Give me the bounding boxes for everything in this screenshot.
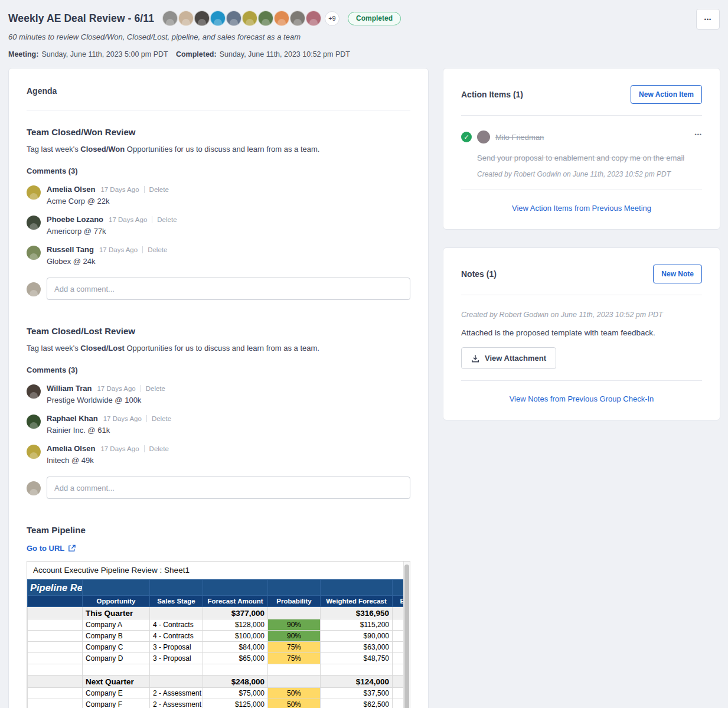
comment-author: Phoebe Lozano xyxy=(47,215,103,224)
sheet-cell: $100,000 xyxy=(203,631,268,642)
comment-author: Raphael Khan xyxy=(47,414,98,423)
sheet-cell xyxy=(83,664,150,676)
sheet-cell: $316,950 xyxy=(321,607,393,619)
comment-delete-link[interactable]: Delete xyxy=(144,186,169,193)
participants-overflow-badge[interactable]: +9 xyxy=(325,11,339,26)
sheet-cell: 4 - Contracts xyxy=(150,619,203,631)
sheet-banner-title: Pipeline Review xyxy=(30,582,83,593)
sheet-cell xyxy=(28,676,83,688)
sheet-cell: 75% xyxy=(268,653,321,664)
comment: Raphael Khan 17 Days Ago Delete Rainier … xyxy=(27,414,410,435)
participant-avatar[interactable] xyxy=(162,11,178,26)
section-description: Tag last week's Closed/Lost Opportunitie… xyxy=(27,344,410,353)
section-title: Team Closed/Lost Review xyxy=(27,326,410,336)
sheet-column-header: Weighted Forecast xyxy=(321,596,393,607)
external-link-icon xyxy=(68,544,76,552)
participant-avatar[interactable] xyxy=(274,11,289,26)
comment-input[interactable] xyxy=(47,278,410,300)
sheet-cell: $90,000 xyxy=(321,631,393,642)
sheet-cell: $377,000 xyxy=(203,607,268,619)
sheet-cell xyxy=(268,664,321,676)
comment-timestamp: 17 Days Ago xyxy=(97,385,135,392)
spreadsheet-scrollbar[interactable] xyxy=(403,562,410,708)
new-note-button[interactable]: New Note xyxy=(653,265,702,283)
sheet-banner-cell xyxy=(150,580,203,596)
sheet-cell: $37,500 xyxy=(321,688,393,699)
action-item-more-button[interactable]: ••• xyxy=(695,132,702,138)
sheet-cell: $48,750 xyxy=(321,653,393,664)
participant-avatar[interactable] xyxy=(306,11,321,26)
download-icon xyxy=(471,354,479,363)
section-team-pipeline: Team Pipeline Go to URL Account Executiv… xyxy=(27,525,410,708)
complete-check-icon[interactable]: ✓ xyxy=(461,132,472,142)
sheet-cell xyxy=(28,631,83,642)
sheet-cell: $115,200 xyxy=(321,619,393,631)
embedded-spreadsheet: Account Executive Pipeline Review : Shee… xyxy=(27,561,410,708)
header-more-button[interactable]: ••• xyxy=(696,9,720,30)
sheet-cell: 4 - Contracts xyxy=(150,631,203,642)
comments-count-label: Comments (3) xyxy=(27,366,410,374)
sheet-cell xyxy=(28,664,83,676)
sheet-cell xyxy=(28,699,83,708)
comment-text: Initech @ 49k xyxy=(47,456,169,465)
sheet-cell xyxy=(28,688,83,699)
comment-timestamp: 17 Days Ago xyxy=(100,186,139,193)
sheet-cell: 75% xyxy=(268,642,321,653)
participant-avatar[interactable] xyxy=(226,11,241,26)
participant-avatar[interactable] xyxy=(242,11,257,26)
comment-input[interactable] xyxy=(47,477,410,499)
sheet-cell: 90% xyxy=(268,631,321,642)
avatar xyxy=(27,282,41,296)
comment-delete-link[interactable]: Delete xyxy=(152,216,177,223)
participant-avatars xyxy=(162,11,322,26)
sheet-cell xyxy=(203,664,268,676)
comment-composer xyxy=(27,278,410,300)
comment-delete-link[interactable]: Delete xyxy=(141,385,165,392)
participant-avatar[interactable] xyxy=(178,11,194,26)
meeting-time: Sunday, June 11th, 2023 5:00 pm PDT xyxy=(41,50,168,58)
go-to-url-link[interactable]: Go to URL xyxy=(27,544,76,553)
notes-title: Notes (1) xyxy=(461,269,497,279)
participant-avatar[interactable] xyxy=(210,11,226,26)
sheet-cell: 3 - Proposal xyxy=(150,653,203,664)
section-closed-lost: Team Closed/Lost Review Tag last week's … xyxy=(27,326,410,499)
section-title: Team Closed/Won Review xyxy=(27,127,410,137)
sheet-cell: Company E xyxy=(83,688,150,699)
sheet-cell: 2 - Assessment xyxy=(150,688,203,699)
sheet-cell: Next Quarter xyxy=(83,676,150,688)
comment-delete-link[interactable]: Delete xyxy=(144,445,169,452)
view-previous-action-items-link[interactable]: View Action Items from Previous Meeting xyxy=(461,204,702,213)
agenda-card: Agenda Team Closed/Won Review Tag last w… xyxy=(8,68,429,708)
comment-delete-link[interactable]: Delete xyxy=(146,415,171,422)
comment: Phoebe Lozano 17 Days Ago Delete Americo… xyxy=(27,215,410,236)
participant-avatar[interactable] xyxy=(258,11,273,26)
more-icon: ••• xyxy=(704,17,711,22)
scrollbar-thumb[interactable] xyxy=(404,565,409,708)
sheet-cell xyxy=(321,664,393,676)
completed-label: Completed: xyxy=(176,50,217,58)
new-action-item-button[interactable]: New Action Item xyxy=(631,85,702,104)
pipeline-table: Pipeline ReviewOpportunitySales StageFor… xyxy=(27,579,410,708)
page-title: Weekly AE Deal Review - 6/11 xyxy=(8,12,154,25)
sheet-cell xyxy=(150,676,203,688)
section-description: Tag last week's Closed/Won Opportunities… xyxy=(27,145,410,154)
view-attachment-button[interactable]: View Attachment xyxy=(461,347,556,369)
sheet-column-header: Sales Stage xyxy=(150,596,203,607)
participant-avatar[interactable] xyxy=(290,11,305,26)
view-previous-notes-link[interactable]: View Notes from Previous Group Check-In xyxy=(461,394,702,403)
divider xyxy=(461,295,702,295)
action-item-assignee: Milo Friedman xyxy=(495,133,544,142)
comment-timestamp: 17 Days Ago xyxy=(99,246,138,253)
participant-avatar[interactable] xyxy=(194,11,210,26)
avatar xyxy=(27,384,41,399)
status-badge: Completed xyxy=(348,12,401,25)
sheet-cell xyxy=(268,607,321,619)
sheet-cell: Company C xyxy=(83,642,150,653)
comment-delete-link[interactable]: Delete xyxy=(142,246,167,253)
comment-timestamp: 17 Days Ago xyxy=(109,216,147,223)
sheet-cell: $75,000 xyxy=(203,688,268,699)
sheet-banner-cell xyxy=(321,580,393,596)
sheet-cell: $62,500 xyxy=(321,699,393,708)
avatar xyxy=(27,415,41,429)
sheet-cell xyxy=(150,664,203,676)
